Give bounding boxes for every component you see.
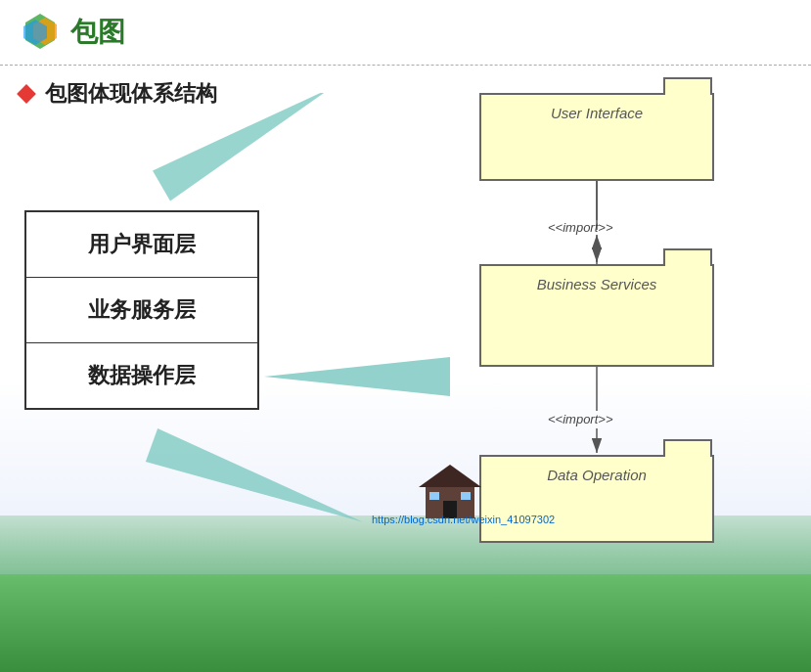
package-tab-ui [663, 77, 712, 95]
logo-icon [20, 12, 61, 53]
svg-marker-11 [153, 93, 339, 202]
layer-bs: 业务服务层 [26, 278, 257, 343]
layer-ui: 用户界面层 [26, 212, 257, 278]
page-title: 包图 [70, 14, 125, 51]
svg-text:<<import>>: <<import>> [548, 412, 613, 426]
layer-do: 数据操作层 [26, 343, 257, 408]
package-tab-do [663, 439, 712, 457]
package-tab-bs [663, 248, 712, 266]
package-user-interface: User Interface [479, 93, 714, 181]
package-bs-label: Business Services [481, 266, 712, 297]
svg-marker-17 [419, 465, 481, 487]
architecture-box: 用户界面层 业务服务层 数据操作层 [24, 210, 259, 410]
package-data-operation: Data Operation [479, 455, 714, 543]
svg-text:<<import>>: <<import>> [548, 220, 613, 235]
package-ui-label: User Interface [481, 95, 712, 126]
package-business-services: Business Services [479, 264, 714, 367]
svg-marker-12 [264, 357, 450, 396]
house-icon [411, 460, 489, 518]
watermark-text: https://blog.csdn.net/weixin_41097302 [372, 514, 555, 525]
svg-rect-20 [461, 492, 471, 500]
svg-marker-13 [146, 428, 369, 538]
package-do-label: Data Operation [481, 457, 712, 488]
header-bar: 包图 [0, 0, 811, 66]
diagram-area: <<import>> <<import>> 用户界面层 业务服务层 数据操作层 … [0, 93, 811, 572]
svg-rect-19 [429, 492, 439, 500]
